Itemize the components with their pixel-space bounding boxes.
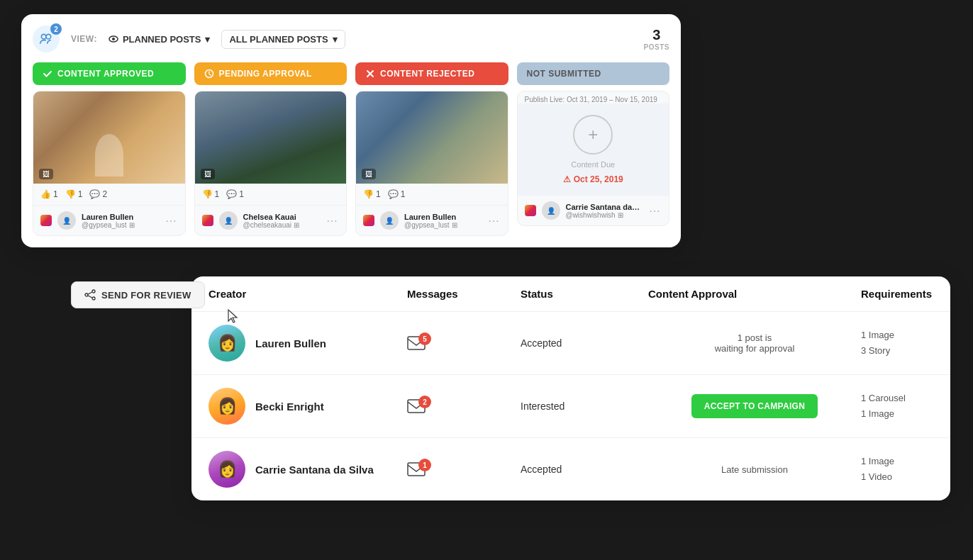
- filter-label: ALL PLANNED POSTS: [229, 34, 328, 45]
- post-image-placeholder: + Content Due ⚠ Oct 25, 2019: [518, 103, 669, 196]
- creator-handle-3: @gypsea_lust ⊞: [404, 221, 481, 229]
- creator-cell-2: 👩 Becki Enright: [208, 388, 407, 425]
- creator-cell-1: 👩 Lauren Bullen: [208, 325, 407, 362]
- requirements-cell-1: 1 Image3 Story: [861, 327, 933, 359]
- creator-info-2: Chelsea Kauai @chelseakauai ⊞: [243, 213, 320, 229]
- mail-badge-2: 2: [418, 396, 431, 408]
- header-requirements: Requirements: [861, 288, 933, 300]
- filter-dropdown[interactable]: ALL PLANNED POSTS ▾: [221, 30, 345, 49]
- creator-handle: @gypsea_lust ⊞: [82, 221, 158, 229]
- share-icon: [84, 289, 96, 301]
- cursor: [227, 308, 241, 325]
- view-option-label: PLANNED POSTS: [123, 34, 201, 45]
- mail-icon-wrap-2[interactable]: 2: [407, 399, 426, 413]
- comment-icon-2: 💬: [226, 189, 237, 199]
- creator-avatar-4: 👤: [542, 201, 560, 220]
- comments-stat-2: 💬 1: [226, 189, 244, 199]
- table-row-3: 👩 Carrie Santana da Silva 1 Accepted Lat…: [191, 438, 950, 500]
- message-cell-1: 5: [407, 336, 521, 350]
- header-status: Status: [521, 288, 648, 300]
- creator-handle-4: @wishwishwish ⊞: [566, 211, 643, 219]
- content-due-text: Content Due: [571, 160, 615, 169]
- dots-menu-2[interactable]: ⋯: [325, 214, 339, 228]
- col-approved: CONTENT APPROVED 🖼 👍 1 👎 1 💬: [33, 62, 186, 236]
- mail-icon-wrap-3[interactable]: 1: [407, 462, 426, 476]
- send-review-label: SEND FOR REVIEW: [101, 290, 191, 301]
- accept-to-campaign-button[interactable]: ACCEPT TO CAMPAIGN: [691, 394, 818, 418]
- col-pending: PENDING APPROVAL 🖼 👎 1 💬 1: [194, 62, 348, 236]
- dots-menu[interactable]: ⋯: [164, 214, 178, 228]
- creator-avatar-lg-3: 👩: [208, 451, 245, 488]
- comment-icon-3: 💬: [388, 189, 399, 199]
- svg-point-0: [41, 34, 46, 39]
- table-row-2: 👩 Becki Enright 2 Interested ACCEPT TO C…: [191, 375, 950, 438]
- comments-count-2: 1: [239, 189, 244, 199]
- send-review-button[interactable]: SEND FOR REVIEW: [71, 281, 205, 308]
- pending-label: PENDING APPROVAL: [219, 69, 312, 79]
- mail-icon-wrap-1[interactable]: 5: [407, 336, 426, 350]
- creator-info-4: Carrie Santana da Silva @wishwishwish ⊞: [566, 203, 643, 219]
- dislikes-count-3: 1: [376, 189, 381, 199]
- col-rejected: CONTENT REJECTED 🖼 👎 1 💬 1: [355, 62, 508, 236]
- approved-label: CONTENT APPROVED: [57, 69, 154, 79]
- panel-header: 2 VIEW: PLANNED POSTS ▾ ALL PLANNED POST…: [33, 26, 669, 52]
- grid-icon-2: ⊞: [294, 221, 299, 229]
- approval-cell-3: Late submission: [648, 464, 861, 475]
- creator-cell-3: 👩 Carrie Santana da Silva: [208, 451, 407, 488]
- comments-stat: 💬 2: [89, 189, 107, 199]
- svg-line-8: [88, 292, 92, 294]
- mail-badge-3: 1: [418, 459, 431, 471]
- dislikes-stat-2: 👎 1: [202, 189, 220, 199]
- svg-point-5: [92, 290, 95, 293]
- svg-point-6: [85, 293, 88, 296]
- svg-point-3: [112, 38, 115, 40]
- likes-count: 1: [53, 189, 58, 199]
- posts-number: 3: [644, 27, 669, 43]
- dislikes-count: 1: [78, 189, 83, 199]
- creator-name-lg-1: Lauren Bullen: [255, 337, 326, 349]
- dislikes-stat-3: 👎 1: [363, 189, 381, 199]
- mail-badge-1: 5: [418, 332, 431, 345]
- status-cell-2: Interested: [521, 401, 648, 412]
- post-stats-approved: 👍 1 👎 1 💬 2: [33, 184, 185, 206]
- posts-count: 3 POSTS: [644, 27, 669, 51]
- grid-icon: ⊞: [129, 221, 135, 229]
- table-row: 👩 Lauren Bullen 5 Accepted 1 post iswait…: [191, 312, 950, 375]
- thumbs-down-icon: 👎: [65, 189, 76, 199]
- view-dropdown[interactable]: PLANNED POSTS ▾: [109, 34, 211, 45]
- post-footer-rejected: 👤 Lauren Bullen @gypsea_lust ⊞ ⋯: [356, 206, 508, 235]
- clock-icon: [204, 69, 214, 79]
- post-footer-pending: 👤 Chelsea Kauai @chelseakauai ⊞ ⋯: [195, 206, 347, 235]
- post-image-approved: 🖼: [33, 91, 185, 184]
- creator-avatar: 👤: [57, 211, 76, 230]
- post-footer-approved: 👤 Lauren Bullen @gypsea_lust ⊞ ⋯: [33, 206, 185, 235]
- chevron-down-icon: ▾: [205, 34, 210, 45]
- creator-name-4: Carrie Santana da Silva: [566, 203, 643, 211]
- svg-point-1: [46, 34, 51, 39]
- not-submitted-label: NOT SUBMITTED: [527, 69, 601, 79]
- creator-name-2: Chelsea Kauai: [243, 213, 320, 221]
- add-circle-icon[interactable]: +: [573, 115, 613, 155]
- posts-label: POSTS: [644, 43, 669, 51]
- post-card-rejected: 🖼 👎 1 💬 1 👤 Lauren Bulle: [355, 91, 508, 236]
- content-due-date: ⚠ Oct 25, 2019: [563, 174, 623, 184]
- thumbs-down-icon-3: 👎: [363, 189, 374, 199]
- creator-info: Lauren Bullen @gypsea_lust ⊞: [82, 213, 158, 229]
- rejected-header: CONTENT REJECTED: [355, 62, 508, 85]
- dots-menu-4[interactable]: ⋯: [647, 204, 662, 218]
- table-header: Creator Messages Status Content Approval…: [191, 276, 950, 312]
- status-cell-3: Accepted: [521, 464, 648, 475]
- chevron-down-icon-2: ▾: [333, 34, 338, 45]
- creators-table: Creator Messages Status Content Approval…: [191, 276, 950, 500]
- creator-avatar-lg-2: 👩: [208, 388, 245, 425]
- rejected-label: CONTENT REJECTED: [380, 69, 474, 79]
- post-stats-pending: 👎 1 💬 1: [195, 184, 347, 206]
- header-approval: Content Approval: [648, 288, 861, 300]
- dots-menu-3[interactable]: ⋯: [486, 214, 501, 228]
- creator-name-lg-2: Becki Enright: [255, 401, 324, 413]
- col-not-submitted: NOT SUBMITTED Publish Live: Oct 31, 2019…: [517, 62, 670, 236]
- approved-header: CONTENT APPROVED: [33, 62, 186, 85]
- comment-icon: 💬: [89, 189, 100, 199]
- content-approval-panel: 2 VIEW: PLANNED POSTS ▾ ALL PLANNED POST…: [21, 14, 681, 247]
- creator-name-3: Lauren Bullen: [404, 213, 481, 221]
